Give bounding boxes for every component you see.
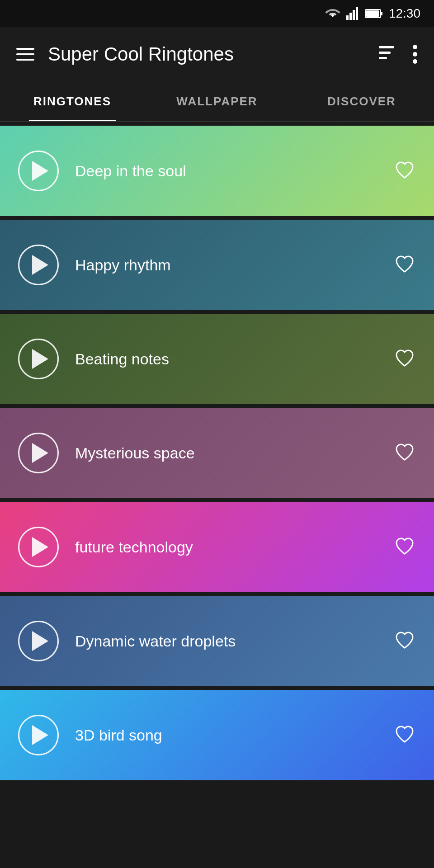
ringtone-item[interactable]: Happy rhythm <box>0 220 434 310</box>
ringtone-item[interactable]: Beating notes <box>0 314 434 404</box>
play-triangle-icon <box>32 255 48 275</box>
more-options-icon[interactable] <box>412 44 418 64</box>
svg-rect-9 <box>379 57 387 59</box>
app-title: Super Cool Ringtones <box>48 43 365 65</box>
svg-rect-7 <box>379 46 394 48</box>
heart-icon[interactable] <box>393 160 416 182</box>
wifi-icon <box>325 7 341 20</box>
svg-point-10 <box>413 45 417 49</box>
ringtone-item[interactable]: Deep in the soul <box>0 126 434 216</box>
play-button[interactable] <box>18 151 59 191</box>
svg-point-12 <box>413 59 417 64</box>
play-button[interactable] <box>18 527 59 567</box>
ringtone-list: Deep in the soul Happy rhythm Beating no… <box>0 122 434 784</box>
status-bar: 12:30 <box>0 0 434 27</box>
svg-rect-8 <box>379 52 391 54</box>
status-time: 12:30 <box>389 6 420 21</box>
app-header: Super Cool Ringtones <box>0 27 434 81</box>
svg-rect-1 <box>349 13 352 20</box>
play-triangle-icon <box>32 349 48 369</box>
ringtone-name: Beating notes <box>59 350 393 368</box>
svg-rect-0 <box>346 15 349 20</box>
ringtone-name: Deep in the soul <box>59 162 393 180</box>
ringtone-name: Happy rhythm <box>59 256 393 274</box>
menu-icon[interactable] <box>16 48 34 61</box>
heart-icon[interactable] <box>393 348 416 370</box>
play-button[interactable] <box>18 433 59 473</box>
play-button[interactable] <box>18 339 59 379</box>
ringtone-name: future technology <box>59 538 393 556</box>
ringtone-item[interactable]: Mysterious space <box>0 408 434 498</box>
play-button[interactable] <box>18 245 59 285</box>
play-triangle-icon <box>32 443 48 463</box>
svg-rect-6 <box>366 10 379 17</box>
signal-icon <box>346 7 360 20</box>
battery-icon <box>365 9 383 19</box>
tab-bar: RINGTONES WALLPAPER DISCOVER <box>0 81 434 122</box>
ringtone-item[interactable]: future technology <box>0 502 434 592</box>
heart-icon[interactable] <box>393 724 416 746</box>
play-triangle-icon <box>32 725 48 745</box>
heart-icon[interactable] <box>393 254 416 276</box>
svg-rect-5 <box>381 12 382 15</box>
header-actions <box>379 44 418 64</box>
play-triangle-icon <box>32 537 48 557</box>
ringtone-item[interactable]: Dynamic water droplets <box>0 596 434 686</box>
play-button[interactable] <box>18 715 59 755</box>
tab-ringtones[interactable]: RINGTONES <box>0 81 145 121</box>
heart-icon[interactable] <box>393 630 416 652</box>
ringtone-name: Mysterious space <box>59 444 393 462</box>
ringtone-item[interactable]: 3D bird song <box>0 690 434 780</box>
tab-discover[interactable]: DISCOVER <box>289 81 434 121</box>
heart-icon[interactable] <box>393 536 416 558</box>
status-icons: 12:30 <box>325 6 420 21</box>
svg-rect-3 <box>356 7 358 20</box>
svg-rect-2 <box>353 10 355 20</box>
heart-icon[interactable] <box>393 442 416 464</box>
ringtone-name: 3D bird song <box>59 726 393 744</box>
sort-icon[interactable] <box>379 46 399 62</box>
play-button[interactable] <box>18 621 59 661</box>
play-triangle-icon <box>32 631 48 651</box>
play-triangle-icon <box>32 161 48 181</box>
ringtone-name: Dynamic water droplets <box>59 632 393 650</box>
tab-wallpaper[interactable]: WALLPAPER <box>145 81 289 121</box>
svg-point-11 <box>413 52 417 57</box>
